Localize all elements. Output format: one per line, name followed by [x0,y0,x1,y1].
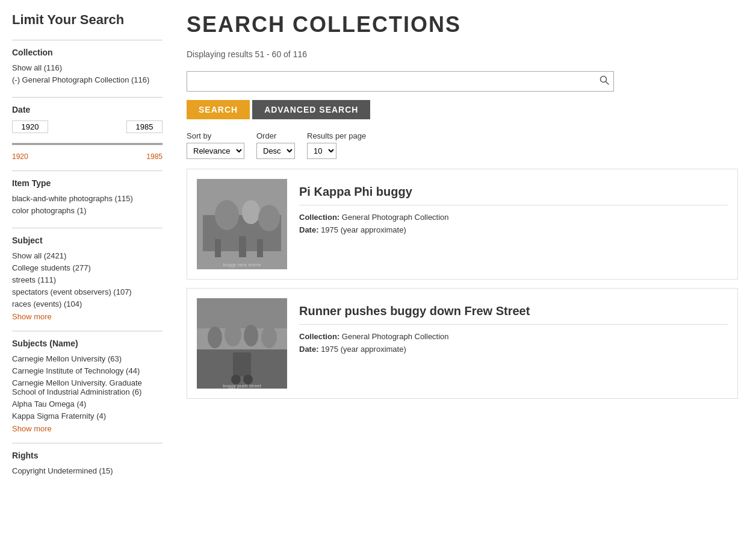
collection-general-photo[interactable]: (-) General Photograph Collection (116) [12,75,163,84]
search-button[interactable]: SEARCH [187,100,250,119]
rights-copyright-undetermined[interactable]: Copyright Undetermined (15) [12,466,163,475]
advanced-search-button[interactable]: ADVANCED SEARCH [252,100,370,119]
facet-collection: Collection Show all (116) (-) General Ph… [12,40,163,95]
facet-subjects-name: Subjects (Name) Carnegie Mellon Universi… [12,331,163,440]
order-group: Order Desc Asc [256,131,295,159]
results-per-page-select[interactable]: 10 20 50 [307,143,336,159]
date-range-min: 1920 [12,152,28,161]
svg-rect-8 [239,236,246,257]
search-input-wrap [187,71,614,92]
sidebar-title: Limit Your Search [12,12,163,28]
result-image-2: buggy push street [197,298,287,389]
subjects-name-cmu[interactable]: Carnegie Mellon University (63) [12,354,163,363]
facet-date: Date 1920 1985 [12,97,163,168]
date-max-input[interactable] [126,120,163,133]
facet-item-type: Item Type black-and-white photographs (1… [12,170,163,225]
svg-text:buggy push street: buggy push street [223,383,261,389]
facet-collection-heading: Collection [12,48,163,57]
results-count: Displaying results 51 - 60 of 116 [187,49,738,59]
facet-rights: Rights Copyright Undetermined (15) [12,443,163,486]
sidebar: Limit Your Search Collection Show all (1… [0,0,175,541]
item-type-color[interactable]: color photographs (1) [12,206,163,215]
result-info-2: Runner pushes buggy down Frew Street Col… [299,298,728,389]
result-card-2: buggy push street Runner pushes buggy do… [187,288,738,399]
svg-point-14 [208,327,222,348]
date-min-input[interactable] [12,120,48,133]
facet-subject: Subject Show all (2421) College students… [12,228,163,328]
collection-show-all[interactable]: Show all (116) [12,63,163,72]
search-bar-container [187,71,738,92]
svg-rect-9 [257,239,263,257]
search-icon-button[interactable] [600,75,609,87]
sort-row: Sort by Relevance Order Desc Asc Results… [187,131,738,159]
result-date-1: Date: 1975 (year approximate) [299,225,728,234]
facet-rights-heading: Rights [12,451,163,460]
result-thumb-1: buggy race scene [197,179,287,269]
svg-point-4 [215,200,239,230]
result-image-1: buggy race scene [197,179,287,269]
result-date-2: Date: 1975 (year approximate) [299,345,728,354]
subjects-name-cmu-gsia[interactable]: Carnegie Mellon University. Graduate Sch… [12,378,163,396]
svg-line-1 [606,82,609,85]
result-thumb-2: buggy push street [197,298,287,389]
svg-rect-18 [233,352,251,377]
date-range-max: 1985 [146,152,163,161]
facet-item-type-heading: Item Type [12,178,163,188]
page-heading: SEARCH COLLECTIONS [187,12,738,37]
svg-rect-7 [215,239,221,257]
result-info-1: Pi Kappa Phi buggy Collection: General P… [299,179,728,269]
subjects-name-cit[interactable]: Carnegie Institute of Technology (44) [12,366,163,375]
date-slider[interactable] [12,137,163,151]
facet-subject-heading: Subject [12,236,163,245]
results-per-page-group: Results per page 10 20 50 [307,131,366,159]
subject-show-more[interactable]: Show more [12,312,163,321]
svg-point-5 [242,200,260,224]
result-card-1: buggy race scene Pi Kappa Phi buggy Coll… [187,169,738,280]
result-title-2[interactable]: Runner pushes buggy down Frew Street [299,304,728,325]
subjects-name-show-more[interactable]: Show more [12,424,163,433]
result-collection-1: Collection: General Photograph Collectio… [299,213,728,222]
svg-point-16 [244,325,258,346]
subjects-name-ato[interactable]: Alpha Tau Omega (4) [12,399,163,408]
sort-by-label: Sort by [187,131,244,140]
svg-point-15 [225,322,241,346]
subject-college-students[interactable]: College students (277) [12,263,163,272]
results-per-page-label: Results per page [307,131,366,140]
subject-races[interactable]: races (events) (104) [12,299,163,308]
result-title-1[interactable]: Pi Kappa Phi buggy [299,185,728,205]
subject-spectators[interactable]: spectators (event observers) (107) [12,287,163,296]
svg-text:buggy race scene: buggy race scene [223,262,261,267]
date-range-labels: 1920 1985 [12,152,163,161]
search-input[interactable] [187,71,614,92]
facet-subjects-name-heading: Subjects (Name) [12,339,163,348]
svg-point-17 [261,327,277,348]
subject-show-all[interactable]: Show all (2421) [12,251,163,260]
subjects-name-ksf[interactable]: Kappa Sigma Fraternity (4) [12,411,163,421]
subject-streets[interactable]: streets (111) [12,275,163,284]
sort-by-group: Sort by Relevance [187,131,244,159]
item-type-bw[interactable]: black-and-white photographs (115) [12,194,163,203]
sort-by-select[interactable]: Relevance [187,143,244,159]
main-content: SEARCH COLLECTIONS Displaying results 51… [175,0,756,541]
order-select[interactable]: Desc Asc [256,143,295,159]
svg-point-6 [258,205,280,231]
facet-date-heading: Date [12,105,163,114]
search-buttons: SEARCH ADVANCED SEARCH [187,100,738,119]
order-label: Order [256,131,295,140]
result-collection-2: Collection: General Photograph Collectio… [299,332,728,341]
search-icon [600,75,609,85]
